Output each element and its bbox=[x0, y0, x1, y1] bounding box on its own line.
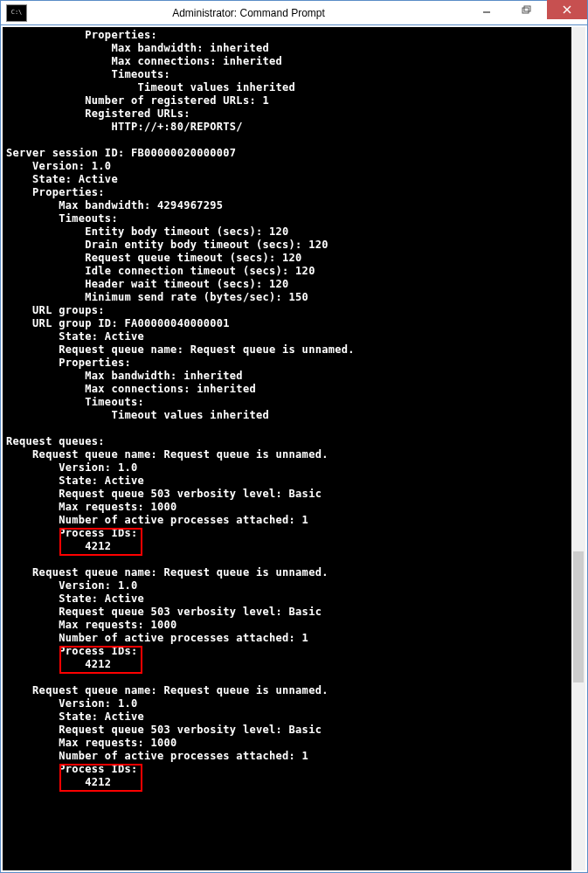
highlight-annotation bbox=[59, 646, 142, 674]
window-title: Administrator: Command Prompt bbox=[31, 7, 467, 19]
minimize-icon bbox=[482, 5, 491, 14]
scrollbar[interactable] bbox=[571, 27, 585, 870]
terminal-area: Properties: Max bandwidth: inherited Max… bbox=[1, 25, 587, 872]
maximize-icon bbox=[522, 5, 532, 14]
close-button[interactable] bbox=[547, 0, 587, 19]
highlight-annotation bbox=[59, 528, 142, 556]
highlight-annotation bbox=[59, 764, 142, 792]
command-prompt-window: C:\ Administrator: Command Prompt bbox=[0, 0, 588, 873]
window-controls bbox=[467, 1, 587, 24]
scroll-thumb[interactable] bbox=[573, 551, 584, 682]
svg-rect-1 bbox=[522, 8, 529, 13]
app-icon: C:\ bbox=[6, 4, 27, 22]
close-icon bbox=[563, 5, 571, 14]
app-icon-label: C:\ bbox=[11, 10, 23, 16]
maximize-button[interactable] bbox=[507, 0, 547, 19]
svg-rect-2 bbox=[524, 6, 530, 11]
terminal-output[interactable]: Properties: Max bandwidth: inherited Max… bbox=[3, 27, 571, 870]
titlebar[interactable]: C:\ Administrator: Command Prompt bbox=[1, 1, 587, 25]
minimize-button[interactable] bbox=[467, 0, 507, 19]
